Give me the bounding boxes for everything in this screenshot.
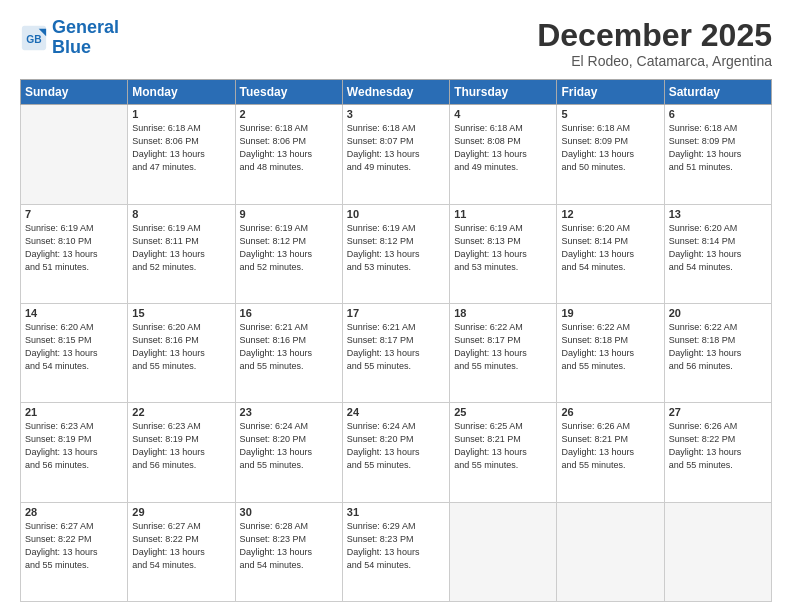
page: GB General Blue December 2025 El Rodeo, …	[0, 0, 792, 612]
calendar-cell: 4Sunrise: 6:18 AMSunset: 8:08 PMDaylight…	[450, 105, 557, 204]
week-row-1: 1Sunrise: 6:18 AMSunset: 8:06 PMDaylight…	[21, 105, 772, 204]
day-number: 2	[240, 108, 338, 120]
calendar-cell: 3Sunrise: 6:18 AMSunset: 8:07 PMDaylight…	[342, 105, 449, 204]
day-number: 19	[561, 307, 659, 319]
day-info: Sunrise: 6:22 AMSunset: 8:18 PMDaylight:…	[561, 321, 659, 373]
week-row-5: 28Sunrise: 6:27 AMSunset: 8:22 PMDayligh…	[21, 502, 772, 601]
day-info: Sunrise: 6:18 AMSunset: 8:09 PMDaylight:…	[561, 122, 659, 174]
calendar-cell: 13Sunrise: 6:20 AMSunset: 8:14 PMDayligh…	[664, 204, 771, 303]
day-info: Sunrise: 6:24 AMSunset: 8:20 PMDaylight:…	[240, 420, 338, 472]
day-number: 26	[561, 406, 659, 418]
day-info: Sunrise: 6:19 AMSunset: 8:11 PMDaylight:…	[132, 222, 230, 274]
day-info: Sunrise: 6:24 AMSunset: 8:20 PMDaylight:…	[347, 420, 445, 472]
calendar-cell: 1Sunrise: 6:18 AMSunset: 8:06 PMDaylight…	[128, 105, 235, 204]
day-info: Sunrise: 6:18 AMSunset: 8:09 PMDaylight:…	[669, 122, 767, 174]
calendar-cell: 5Sunrise: 6:18 AMSunset: 8:09 PMDaylight…	[557, 105, 664, 204]
day-number: 8	[132, 208, 230, 220]
day-number: 9	[240, 208, 338, 220]
day-info: Sunrise: 6:18 AMSunset: 8:06 PMDaylight:…	[240, 122, 338, 174]
calendar-title: December 2025	[537, 18, 772, 53]
title-block: December 2025 El Rodeo, Catamarca, Argen…	[537, 18, 772, 69]
calendar-cell: 26Sunrise: 6:26 AMSunset: 8:21 PMDayligh…	[557, 403, 664, 502]
day-info: Sunrise: 6:19 AMSunset: 8:12 PMDaylight:…	[240, 222, 338, 274]
day-info: Sunrise: 6:19 AMSunset: 8:13 PMDaylight:…	[454, 222, 552, 274]
col-header-thursday: Thursday	[450, 80, 557, 105]
col-header-sunday: Sunday	[21, 80, 128, 105]
col-header-friday: Friday	[557, 80, 664, 105]
calendar-cell: 22Sunrise: 6:23 AMSunset: 8:19 PMDayligh…	[128, 403, 235, 502]
logo-icon: GB	[20, 24, 48, 52]
calendar-cell: 7Sunrise: 6:19 AMSunset: 8:10 PMDaylight…	[21, 204, 128, 303]
week-row-3: 14Sunrise: 6:20 AMSunset: 8:15 PMDayligh…	[21, 303, 772, 402]
day-number: 22	[132, 406, 230, 418]
day-number: 4	[454, 108, 552, 120]
col-header-saturday: Saturday	[664, 80, 771, 105]
day-info: Sunrise: 6:20 AMSunset: 8:15 PMDaylight:…	[25, 321, 123, 373]
calendar-cell: 9Sunrise: 6:19 AMSunset: 8:12 PMDaylight…	[235, 204, 342, 303]
calendar-cell: 12Sunrise: 6:20 AMSunset: 8:14 PMDayligh…	[557, 204, 664, 303]
calendar-cell: 25Sunrise: 6:25 AMSunset: 8:21 PMDayligh…	[450, 403, 557, 502]
calendar-cell	[557, 502, 664, 601]
logo-line2: Blue	[52, 37, 91, 57]
calendar-cell: 29Sunrise: 6:27 AMSunset: 8:22 PMDayligh…	[128, 502, 235, 601]
day-number: 13	[669, 208, 767, 220]
calendar-cell: 20Sunrise: 6:22 AMSunset: 8:18 PMDayligh…	[664, 303, 771, 402]
day-info: Sunrise: 6:25 AMSunset: 8:21 PMDaylight:…	[454, 420, 552, 472]
day-info: Sunrise: 6:23 AMSunset: 8:19 PMDaylight:…	[132, 420, 230, 472]
day-number: 5	[561, 108, 659, 120]
col-header-monday: Monday	[128, 80, 235, 105]
calendar-cell: 16Sunrise: 6:21 AMSunset: 8:16 PMDayligh…	[235, 303, 342, 402]
calendar-cell: 18Sunrise: 6:22 AMSunset: 8:17 PMDayligh…	[450, 303, 557, 402]
day-number: 17	[347, 307, 445, 319]
day-number: 12	[561, 208, 659, 220]
day-info: Sunrise: 6:20 AMSunset: 8:14 PMDaylight:…	[561, 222, 659, 274]
day-info: Sunrise: 6:28 AMSunset: 8:23 PMDaylight:…	[240, 520, 338, 572]
col-header-tuesday: Tuesday	[235, 80, 342, 105]
week-row-2: 7Sunrise: 6:19 AMSunset: 8:10 PMDaylight…	[21, 204, 772, 303]
calendar-cell: 21Sunrise: 6:23 AMSunset: 8:19 PMDayligh…	[21, 403, 128, 502]
day-number: 28	[25, 506, 123, 518]
day-info: Sunrise: 6:29 AMSunset: 8:23 PMDaylight:…	[347, 520, 445, 572]
day-number: 21	[25, 406, 123, 418]
day-number: 3	[347, 108, 445, 120]
day-info: Sunrise: 6:19 AMSunset: 8:12 PMDaylight:…	[347, 222, 445, 274]
day-info: Sunrise: 6:20 AMSunset: 8:16 PMDaylight:…	[132, 321, 230, 373]
calendar-header: SundayMondayTuesdayWednesdayThursdayFrid…	[21, 80, 772, 105]
calendar-subtitle: El Rodeo, Catamarca, Argentina	[537, 53, 772, 69]
day-number: 30	[240, 506, 338, 518]
calendar-cell: 8Sunrise: 6:19 AMSunset: 8:11 PMDaylight…	[128, 204, 235, 303]
day-number: 25	[454, 406, 552, 418]
calendar-cell: 14Sunrise: 6:20 AMSunset: 8:15 PMDayligh…	[21, 303, 128, 402]
day-info: Sunrise: 6:21 AMSunset: 8:16 PMDaylight:…	[240, 321, 338, 373]
calendar-cell: 10Sunrise: 6:19 AMSunset: 8:12 PMDayligh…	[342, 204, 449, 303]
day-info: Sunrise: 6:27 AMSunset: 8:22 PMDaylight:…	[132, 520, 230, 572]
calendar-table: SundayMondayTuesdayWednesdayThursdayFrid…	[20, 79, 772, 602]
day-number: 10	[347, 208, 445, 220]
day-number: 15	[132, 307, 230, 319]
day-info: Sunrise: 6:18 AMSunset: 8:06 PMDaylight:…	[132, 122, 230, 174]
calendar-cell: 15Sunrise: 6:20 AMSunset: 8:16 PMDayligh…	[128, 303, 235, 402]
header: GB General Blue December 2025 El Rodeo, …	[20, 18, 772, 69]
calendar-cell: 30Sunrise: 6:28 AMSunset: 8:23 PMDayligh…	[235, 502, 342, 601]
calendar-cell	[664, 502, 771, 601]
day-number: 11	[454, 208, 552, 220]
day-info: Sunrise: 6:18 AMSunset: 8:08 PMDaylight:…	[454, 122, 552, 174]
logo-line1: General	[52, 17, 119, 37]
calendar-cell: 17Sunrise: 6:21 AMSunset: 8:17 PMDayligh…	[342, 303, 449, 402]
calendar-cell: 31Sunrise: 6:29 AMSunset: 8:23 PMDayligh…	[342, 502, 449, 601]
day-number: 31	[347, 506, 445, 518]
calendar-cell: 2Sunrise: 6:18 AMSunset: 8:06 PMDaylight…	[235, 105, 342, 204]
calendar-cell	[450, 502, 557, 601]
calendar-cell: 28Sunrise: 6:27 AMSunset: 8:22 PMDayligh…	[21, 502, 128, 601]
logo: GB General Blue	[20, 18, 119, 58]
day-number: 24	[347, 406, 445, 418]
day-info: Sunrise: 6:20 AMSunset: 8:14 PMDaylight:…	[669, 222, 767, 274]
calendar-cell: 24Sunrise: 6:24 AMSunset: 8:20 PMDayligh…	[342, 403, 449, 502]
day-info: Sunrise: 6:26 AMSunset: 8:21 PMDaylight:…	[561, 420, 659, 472]
week-row-4: 21Sunrise: 6:23 AMSunset: 8:19 PMDayligh…	[21, 403, 772, 502]
day-info: Sunrise: 6:21 AMSunset: 8:17 PMDaylight:…	[347, 321, 445, 373]
day-number: 7	[25, 208, 123, 220]
day-number: 29	[132, 506, 230, 518]
calendar-cell: 19Sunrise: 6:22 AMSunset: 8:18 PMDayligh…	[557, 303, 664, 402]
calendar-cell: 27Sunrise: 6:26 AMSunset: 8:22 PMDayligh…	[664, 403, 771, 502]
